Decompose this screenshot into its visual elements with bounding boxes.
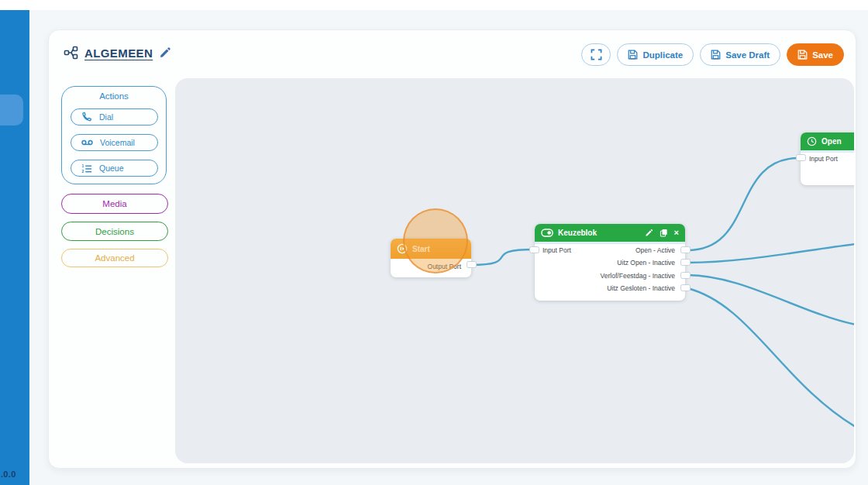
category-label: Decisions — [95, 227, 134, 236]
save-button[interactable]: Save — [787, 43, 844, 66]
node-title: Keuzeblok — [558, 229, 597, 237]
duplicate-button[interactable]: Duplicate — [617, 43, 694, 66]
palette-category-media[interactable]: Media — [61, 194, 168, 214]
flow-canvas[interactable]: Start Output Port Keuzeblok — [175, 78, 854, 463]
output-port[interactable] — [467, 261, 477, 268]
node-keuzeblok-header[interactable]: Keuzeblok × — [535, 224, 685, 242]
output-port[interactable] — [680, 272, 691, 279]
fullscreen-button[interactable] — [581, 43, 611, 66]
node-open[interactable]: Open Input Port — [801, 132, 854, 185]
category-label: Media — [102, 199, 126, 208]
palette-actions-group: Actions Dial Voicemail 12 Que — [61, 86, 167, 184]
save-label: Save — [812, 50, 833, 60]
output-port[interactable] — [680, 284, 691, 291]
save-icon — [711, 50, 721, 60]
flow-title-row: ALGEMEEN — [64, 46, 171, 60]
close-node-icon[interactable]: × — [674, 229, 679, 237]
output-port[interactable] — [680, 259, 691, 266]
output-port-label: Verlof/Feestdag - Inactive — [601, 272, 675, 280]
output-port-label: Uitz Gesloten - Inactive — [607, 284, 675, 292]
palette-item-label: Queue — [99, 163, 124, 173]
fullscreen-icon — [591, 49, 602, 60]
node-start[interactable]: Start Output Port — [391, 239, 471, 277]
toggle-icon — [541, 229, 553, 237]
node-header-divider — [535, 242, 685, 244]
palette-category-advanced[interactable]: Advanced — [61, 249, 168, 267]
flow-title[interactable]: ALGEMEEN — [84, 46, 153, 60]
palette-item-voicemail[interactable]: Voicemail — [71, 134, 158, 151]
start-icon — [397, 243, 408, 254]
connection-open-active — [687, 158, 799, 250]
category-label: Advanced — [95, 253, 134, 263]
node-title: Start — [412, 245, 430, 253]
edit-title-icon[interactable] — [159, 46, 171, 59]
connection-start-keuzeblok — [471, 249, 533, 265]
phone-icon — [81, 112, 92, 122]
output-port[interactable] — [680, 246, 691, 253]
flow-icon — [64, 46, 78, 60]
output-port-label: Output Port — [428, 263, 461, 270]
palette-item-queue[interactable]: 12 Queue — [71, 160, 158, 177]
flow-editor-card: ALGEMEEN Duplicate — [48, 29, 856, 469]
node-header-divider — [801, 150, 854, 153]
queue-icon: 12 — [81, 163, 92, 174]
svg-text:2: 2 — [81, 170, 84, 174]
input-port[interactable] — [796, 154, 806, 161]
node-start-header[interactable]: Start — [391, 239, 471, 259]
connections-layer — [175, 78, 854, 463]
version-label: .0.0 — [1, 470, 16, 479]
connection-uitz-open — [687, 244, 854, 263]
connection-uitz-gesloten — [687, 288, 854, 427]
voicemail-icon — [81, 138, 93, 147]
node-title: Open — [822, 137, 842, 146]
output-port-label: Open - Active — [636, 246, 675, 254]
save-draft-label: Save Draft — [725, 50, 770, 60]
node-keuzeblok[interactable]: Keuzeblok × Input Port Open - Active Uit… — [535, 224, 685, 301]
app-sidebar: .0.0 — [0, 10, 29, 485]
duplicate-label: Duplicate — [642, 50, 683, 60]
top-strip — [0, 0, 868, 10]
edit-node-icon[interactable] — [645, 229, 653, 237]
sidebar-active-item[interactable] — [0, 95, 23, 126]
copy-node-icon[interactable] — [660, 229, 668, 237]
actions-group-label: Actions — [62, 91, 166, 101]
palette-item-label: Voicemail — [100, 138, 135, 147]
input-port-label: Input Port — [809, 155, 838, 163]
svg-text:1: 1 — [81, 163, 84, 167]
palette-item-label: Dial — [99, 112, 113, 122]
save-draft-button[interactable]: Save Draft — [700, 43, 780, 66]
palette-item-dial[interactable]: Dial — [71, 108, 158, 126]
clock-icon — [807, 136, 817, 146]
input-port-label: Input Port — [542, 246, 571, 254]
input-port[interactable] — [529, 246, 539, 253]
toolbar: Duplicate Save Draft Save — [581, 43, 844, 66]
palette-category-decisions[interactable]: Decisions — [61, 222, 168, 241]
connection-verlof-feestdag — [687, 275, 854, 325]
save-icon — [628, 50, 638, 60]
node-open-header[interactable]: Open — [801, 132, 854, 150]
output-port-label: Uitz Open - Inactive — [617, 259, 675, 267]
save-icon — [797, 50, 808, 60]
